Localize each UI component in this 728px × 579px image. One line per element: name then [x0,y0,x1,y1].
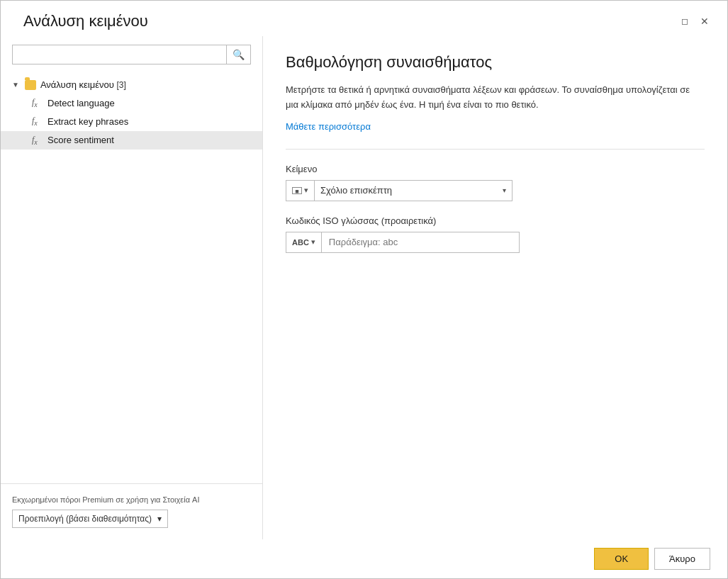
premium-resources-select[interactable]: Προεπιλογή (βάσει διαθεσιμότητας) ▾ [12,510,168,528]
page-title: Βαθμολόγηση συναισθήματος [286,53,705,72]
separator [286,149,705,150]
sidebar-item-extract-key-phrases[interactable]: fx Extract key phrases [1,112,262,130]
footer-label: Εκχωρημένοι πόροι Premium σε χρήση για Σ… [12,495,251,504]
learn-more-link[interactable]: Μάθετε περισσότερα [286,121,705,132]
iso-field-input[interactable] [321,232,520,253]
sidebar-item-label: Extract key phrases [47,116,128,127]
search-input-wrap: 🔍 [12,45,251,64]
abc-arrow-icon: ▾ [311,237,315,247]
main-description: Μετρήστε τα θετικά ή αρνητικά συναισθήμα… [286,83,705,113]
select-chevron-icon: ▾ [503,186,506,194]
select-arrow-icon: ▾ [157,514,162,524]
dialog-title: Ανάλυση κειμένου [23,12,148,30]
abc-type-button[interactable]: ABC ▾ [286,232,321,253]
search-input[interactable] [13,46,226,64]
search-button[interactable]: 🔍 [226,45,250,64]
main-dialog: Ανάλυση κειμένου ◻ ✕ 🔍 [0,0,728,579]
iso-field-label: Κωδικός ISO γλώσσας (προαιρετικά) [286,215,705,226]
sidebar-item-label: Score sentiment [47,135,114,145]
iso-field-input-row: ABC ▾ [286,232,705,253]
fx-icon: fx [32,135,43,146]
sidebar-footer: Εκχωρημένοι πόροι Premium σε χρήση για Σ… [1,483,262,539]
table-icon: ■ [292,187,302,194]
text-field-label: Κείμενο [286,164,705,174]
sidebar: 🔍 ▼ Ανάλυση κειμένου [3] fx Detect langu… [1,36,263,539]
sidebar-item-score-sentiment[interactable]: fx Score sentiment [1,131,262,150]
close-button[interactable]: ✕ [696,13,713,30]
tree-root-folder[interactable]: ▼ Ανάλυση κειμένου [3] [1,76,262,94]
tree-container: ▼ Ανάλυση κειμένου [3] fx Detect languag… [1,73,262,483]
main-content: Βαθμολόγηση συναισθήματος Μετρήστε τα θε… [263,36,727,539]
text-field-input-row: ■ ▾ Σχόλιο επισκέπτη ▾ [286,180,705,201]
sidebar-item-label: Detect language [47,98,115,108]
iso-field-section: Κωδικός ISO γλώσσας (προαιρετικά) ABC ▾ [286,215,705,253]
chevron-down-icon: ▼ [12,81,19,89]
cancel-button[interactable]: Άκυρο [654,548,710,570]
restore-icon: ◻ [681,16,688,26]
ok-button[interactable]: ΟΚ [594,548,649,570]
fx-icon: fx [32,116,43,127]
close-icon: ✕ [700,16,709,27]
restore-button[interactable]: ◻ [676,13,693,30]
text-field-section: Κείμενο ■ ▾ Σχόλιο επισκέπτη ▾ [286,164,705,201]
fx-icon: fx [32,97,43,108]
search-bar: 🔍 [1,45,262,73]
text-type-button[interactable]: ■ ▾ [286,180,314,201]
title-bar: Ανάλυση κειμένου ◻ ✕ [1,1,727,36]
text-field-select[interactable]: Σχόλιο επισκέπτη ▾ [314,180,513,201]
abc-icon: ABC [292,238,309,247]
dialog-body: 🔍 ▼ Ανάλυση κειμένου [3] fx Detect langu… [1,36,727,539]
sidebar-item-detect-language[interactable]: fx Detect language [1,94,262,112]
text-field-value: Σχόλιο επισκέπτη [320,185,503,196]
folder-icon [25,80,36,90]
window-controls: ◻ ✕ [676,13,713,30]
search-icon: 🔍 [233,49,245,60]
premium-resources-value: Προεπιλογή (βάσει διαθεσιμότητας) [18,514,152,524]
text-type-arrow-icon: ▾ [304,186,308,195]
tree-root-label: Ανάλυση κειμένου [3] [40,79,126,90]
dialog-footer: ΟΚ Άκυρο [1,539,727,578]
